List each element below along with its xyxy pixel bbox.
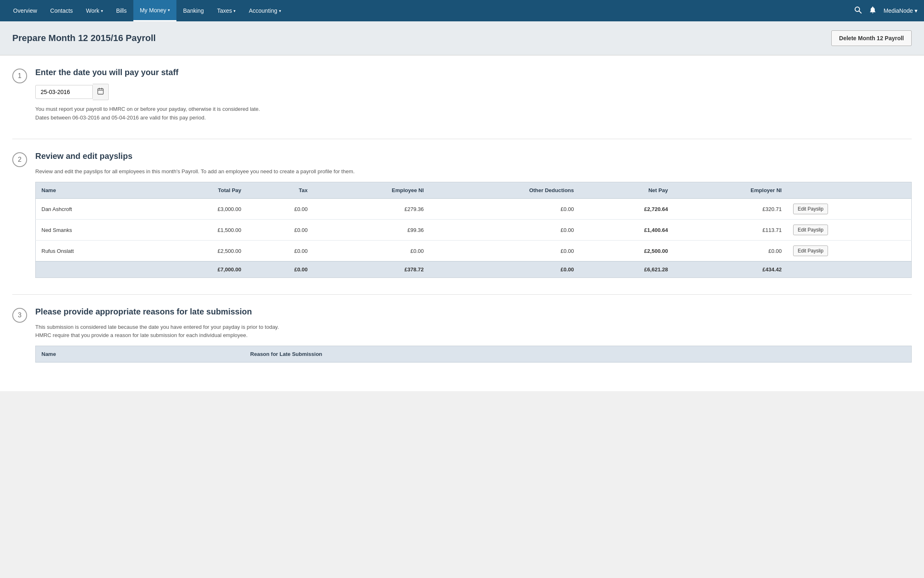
step-1-number: 1 — [12, 69, 27, 83]
step-3-subtitle-line2: HMRC require that you provide a reason f… — [35, 331, 912, 339]
table-row: Dan Ashcroft £3,000.00 £0.00 £279.36 £0.… — [36, 199, 912, 220]
nav-item-taxes[interactable]: Taxes ▾ — [210, 0, 242, 21]
nav-right: MediaNode ▾ — [854, 6, 917, 16]
col-total-pay: Total Pay — [153, 182, 247, 199]
nav-label-accounting: Accounting — [249, 7, 277, 14]
table-header-row: Name Total Pay Tax Employee NI Other Ded… — [36, 182, 912, 199]
page-title: Prepare Month 12 2015/16 Payroll — [12, 33, 156, 44]
nav-label-overview: Overview — [13, 7, 37, 14]
step-2-subtitle: Review and edit the payslips for all emp… — [35, 167, 912, 176]
svg-rect-2 — [98, 89, 103, 94]
nav-label-mymoney: My Money — [140, 7, 167, 14]
edit-payslip-button[interactable]: Edit Payslip — [793, 245, 828, 256]
page-header: Prepare Month 12 2015/16 Payroll Delete … — [0, 21, 924, 55]
chevron-down-icon: ▾ — [101, 9, 103, 13]
total-label — [36, 261, 153, 278]
step-3-number: 3 — [12, 308, 27, 323]
cell-employer-ni: £320.71 — [674, 199, 787, 220]
cell-total-pay: £2,500.00 — [153, 241, 247, 261]
user-label: MediaNode — [883, 7, 913, 14]
late-submission-table: Name Reason for Late Submission — [35, 346, 912, 362]
nav-label-work: Work — [86, 7, 99, 14]
nav-item-mymoney[interactable]: My Money ▾ — [133, 0, 177, 21]
step-1-title: Enter the date you will pay your staff — [35, 68, 912, 77]
total-net-pay: £6,621.28 — [580, 261, 674, 278]
search-icon[interactable] — [854, 6, 862, 16]
col-employer-ni: Employer NI — [674, 182, 787, 199]
bell-icon[interactable] — [869, 6, 877, 16]
edit-payslip-button[interactable]: Edit Payslip — [793, 225, 828, 235]
cell-employee-ni: £0.00 — [313, 241, 430, 261]
cell-employee-ni: £99.36 — [313, 220, 430, 241]
nav-label-bills: Bills — [116, 7, 127, 14]
total-employer-ni: £434.42 — [674, 261, 787, 278]
cell-net-pay: £2,500.00 — [580, 241, 674, 261]
nav-items: Overview Contacts Work ▾ Bills My Money … — [7, 0, 854, 21]
cell-tax: £0.00 — [247, 199, 313, 220]
cell-net-pay: £1,400.64 — [580, 220, 674, 241]
step-2: 2 Review and edit payslips Review and ed… — [12, 151, 912, 278]
total-tax: £0.00 — [247, 261, 313, 278]
cell-tax: £0.00 — [247, 241, 313, 261]
table-row: Rufus Onslatt £2,500.00 £0.00 £0.00 £0.0… — [36, 241, 912, 261]
svg-line-1 — [859, 11, 862, 13]
cell-other-deductions: £0.00 — [430, 220, 580, 241]
table-row: Ned Smanks £1,500.00 £0.00 £99.36 £0.00 … — [36, 220, 912, 241]
date-note-line2: Dates between 06-03-2016 and 05-04-2016 … — [35, 114, 912, 122]
nav-item-overview[interactable]: Overview — [7, 0, 43, 21]
edit-payslip-button[interactable]: Edit Payslip — [793, 204, 828, 214]
date-note-line1: You must report your payroll to HMRC on … — [35, 105, 912, 114]
cell-other-deductions: £0.00 — [430, 241, 580, 261]
cell-employer-ni: £0.00 — [674, 241, 787, 261]
step-1-content: Enter the date you will pay your staff Y… — [35, 68, 912, 122]
cell-total-pay: £3,000.00 — [153, 199, 247, 220]
col-employee-ni: Employee NI — [313, 182, 430, 199]
nav-item-accounting[interactable]: Accounting ▾ — [242, 0, 287, 21]
total-other-deductions: £0.00 — [430, 261, 580, 278]
cell-tax: £0.00 — [247, 220, 313, 241]
divider-2 — [12, 294, 912, 295]
step-3-subtitle-line1: This submission is considered late becau… — [35, 323, 912, 331]
cell-name: Dan Ashcroft — [36, 199, 153, 220]
cell-employee-ni: £279.36 — [313, 199, 430, 220]
nav-item-contacts[interactable]: Contacts — [43, 0, 79, 21]
cell-name: Ned Smanks — [36, 220, 153, 241]
col-tax: Tax — [247, 182, 313, 199]
date-note: You must report your payroll to HMRC on … — [35, 105, 912, 122]
total-total-pay: £7,000.00 — [153, 261, 247, 278]
nav-item-bills[interactable]: Bills — [110, 0, 133, 21]
late-col-reason: Reason for Late Submission — [245, 346, 912, 362]
calendar-button[interactable] — [93, 84, 109, 100]
main-content: 1 Enter the date you will pay your staff… — [0, 55, 924, 391]
step-3-subtitle: This submission is considered late becau… — [35, 323, 912, 339]
nav-item-work[interactable]: Work ▾ — [80, 0, 110, 21]
user-chevron-icon: ▾ — [915, 7, 917, 14]
step-3: 3 Please provide appropriate reasons for… — [12, 307, 912, 362]
step-1: 1 Enter the date you will pay your staff… — [12, 68, 912, 122]
nav-label-banking: Banking — [183, 7, 204, 14]
user-menu[interactable]: MediaNode ▾ — [883, 7, 917, 14]
date-input-wrapper — [35, 84, 912, 100]
cell-other-deductions: £0.00 — [430, 199, 580, 220]
cell-edit: Edit Payslip — [787, 199, 911, 220]
total-actions — [787, 261, 911, 278]
step-2-content: Review and edit payslips Review and edit… — [35, 151, 912, 278]
step-3-content: Please provide appropriate reasons for l… — [35, 307, 912, 362]
nav-label-taxes: Taxes — [217, 7, 232, 14]
main-nav: Overview Contacts Work ▾ Bills My Money … — [0, 0, 924, 21]
late-table-header-row: Name Reason for Late Submission — [36, 346, 912, 362]
col-actions — [787, 182, 911, 199]
cell-employer-ni: £113.71 — [674, 220, 787, 241]
cell-name: Rufus Onslatt — [36, 241, 153, 261]
step-3-title: Please provide appropriate reasons for l… — [35, 307, 912, 317]
cell-edit: Edit Payslip — [787, 220, 911, 241]
table-total-row: £7,000.00 £0.00 £378.72 £0.00 £6,621.28 … — [36, 261, 912, 278]
nav-item-banking[interactable]: Banking — [176, 0, 210, 21]
total-employee-ni: £378.72 — [313, 261, 430, 278]
chevron-down-icon: ▾ — [279, 9, 281, 13]
late-col-name: Name — [36, 346, 245, 362]
col-net-pay: Net Pay — [580, 182, 674, 199]
pay-date-input[interactable] — [35, 85, 93, 99]
divider-1 — [12, 139, 912, 139]
delete-payroll-button[interactable]: Delete Month 12 Payroll — [831, 30, 912, 46]
